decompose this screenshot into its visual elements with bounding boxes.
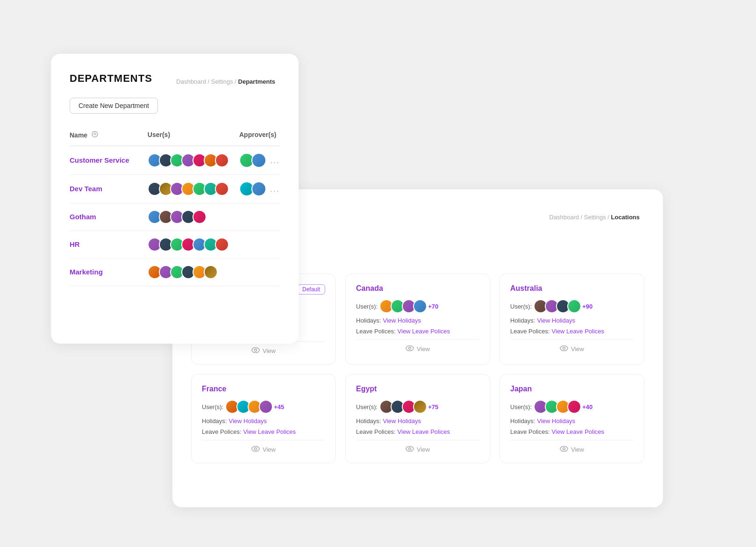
user-avatar-group (148, 182, 239, 196)
view-holidays-link[interactable]: View Holidays (537, 317, 575, 324)
view-button[interactable]: View (510, 440, 634, 454)
leave-row: Leave Polices: View Leave Polices (356, 428, 479, 435)
plus-count: +45 (274, 403, 284, 410)
location-header: Canada (356, 284, 479, 293)
leave-row: Leave Polices: View Leave Polices (202, 428, 325, 435)
avatar (413, 299, 427, 313)
table-row: Customer Service ... (70, 146, 280, 175)
location-item: France User(s): +45 Holidays: View Holid… (191, 374, 336, 463)
table-row: Marketing (70, 259, 280, 286)
view-leave-link[interactable]: View Leave Polices (398, 328, 450, 335)
location-item: Australia User(s): +90 Holidays: View Ho… (499, 274, 644, 365)
user-avatar-group (148, 153, 239, 167)
avatar (251, 181, 266, 196)
svg-point-15 (563, 448, 565, 450)
location-name[interactable]: Japan (510, 385, 532, 393)
departments-card: DEPARTMENTS Dashboard / Settings / Depar… (51, 54, 299, 344)
location-item: Egypt User(s): +75 Holidays: View Holida… (345, 374, 490, 463)
location-name[interactable]: Egypt (356, 385, 377, 393)
location-item: Canada User(s): +70 Holidays: View Holid… (345, 274, 490, 365)
view-holidays-link[interactable]: View Holidays (228, 417, 266, 425)
plus-count: +70 (428, 303, 438, 310)
plus-count: +75 (428, 403, 438, 410)
department-name-link[interactable]: Customer Service (70, 156, 129, 164)
avatar (567, 299, 581, 313)
eye-icon (560, 445, 568, 453)
holidays-row: Holidays: View Holidays (510, 317, 634, 324)
users-row: User(s): +75 (356, 400, 479, 414)
holidays-row: Holidays: View Holidays (356, 317, 479, 324)
location-item: Japan User(s): +40 Holidays: View Holida… (499, 374, 644, 463)
view-leave-link[interactable]: View Leave Polices (552, 428, 605, 435)
view-button[interactable]: View (202, 440, 325, 454)
col-name: Name (70, 127, 148, 146)
svg-point-13 (409, 448, 411, 450)
name-filter-icon[interactable] (91, 130, 99, 138)
leave-row: Leave Polices: View Leave Polices (510, 428, 634, 435)
approver-group: ... (239, 181, 280, 196)
holidays-row: Holidays: View Holidays (510, 417, 634, 425)
scene: DEPARTMENTS Dashboard / Settings / Depar… (51, 40, 705, 507)
plus-count: +40 (582, 403, 592, 410)
avatar (215, 182, 229, 196)
departments-table: Name User(s) Approver(s) Customer Servic… (70, 127, 280, 286)
default-badge: Default (297, 284, 325, 295)
users-row: User(s): +90 (510, 299, 634, 313)
holidays-row: Holidays: View Holidays (202, 417, 325, 425)
location-user-avatars (379, 299, 424, 313)
view-button[interactable]: View (356, 339, 479, 354)
location-header: Australia (510, 284, 634, 293)
location-user-avatars (534, 299, 578, 313)
department-name-link[interactable]: HR (70, 240, 80, 248)
view-leave-link[interactable]: View Leave Polices (398, 428, 450, 435)
more-options-button[interactable]: ... (270, 156, 280, 166)
avatar (215, 238, 229, 252)
view-holidays-link[interactable]: View Holidays (383, 417, 421, 425)
col-users: User(s) (148, 127, 239, 146)
user-avatar-group (148, 210, 239, 224)
view-leave-link[interactable]: View Leave Polices (243, 428, 296, 435)
location-header: Egypt (356, 385, 479, 393)
view-button[interactable]: View (510, 339, 634, 354)
view-holidays-link[interactable]: View Holidays (537, 417, 575, 425)
view-button[interactable]: View (356, 440, 479, 454)
svg-point-4 (252, 348, 259, 353)
location-name[interactable]: France (202, 385, 226, 393)
location-user-avatars (534, 400, 578, 414)
department-name-link[interactable]: Marketing (70, 268, 103, 276)
eye-icon (560, 345, 568, 353)
avatar (215, 153, 229, 167)
location-name[interactable]: Australia (510, 284, 542, 293)
eye-icon (251, 346, 260, 355)
location-user-avatars (225, 400, 270, 414)
more-options-button[interactable]: ... (270, 184, 280, 194)
create-department-button[interactable]: Create New Department (70, 98, 158, 114)
eye-icon (251, 445, 260, 453)
eye-icon (406, 345, 414, 353)
table-row: Dev Team ... (70, 175, 280, 203)
leave-row: Leave Polices: View Leave Polices (510, 328, 634, 335)
locations-breadcrumb: Dashboard / Settings / Locations (549, 214, 640, 221)
svg-point-7 (409, 347, 411, 350)
view-leave-link[interactable]: View Leave Polices (552, 328, 605, 335)
location-name[interactable]: Canada (356, 284, 383, 293)
svg-point-6 (406, 346, 414, 351)
view-holidays-link[interactable]: View Holidays (383, 317, 421, 324)
avatar (259, 400, 273, 414)
col-approvers: Approver(s) (239, 127, 280, 146)
svg-point-10 (252, 446, 259, 452)
svg-point-12 (406, 446, 414, 452)
department-name-link[interactable]: Gotham (70, 213, 96, 221)
avatar (413, 400, 427, 414)
leave-row: Leave Polices: View Leave Polices (356, 328, 479, 335)
svg-point-11 (255, 448, 257, 450)
avatar (251, 153, 266, 168)
svg-point-9 (563, 347, 565, 350)
approver-group: ... (239, 153, 280, 168)
departments-breadcrumb: Dashboard / Settings / Departments (176, 78, 275, 85)
location-header: Japan (510, 385, 634, 393)
users-row: User(s): +45 (202, 400, 325, 414)
table-row: Gotham (70, 203, 280, 231)
department-name-link[interactable]: Dev Team (70, 185, 102, 193)
location-header: France (202, 385, 325, 393)
